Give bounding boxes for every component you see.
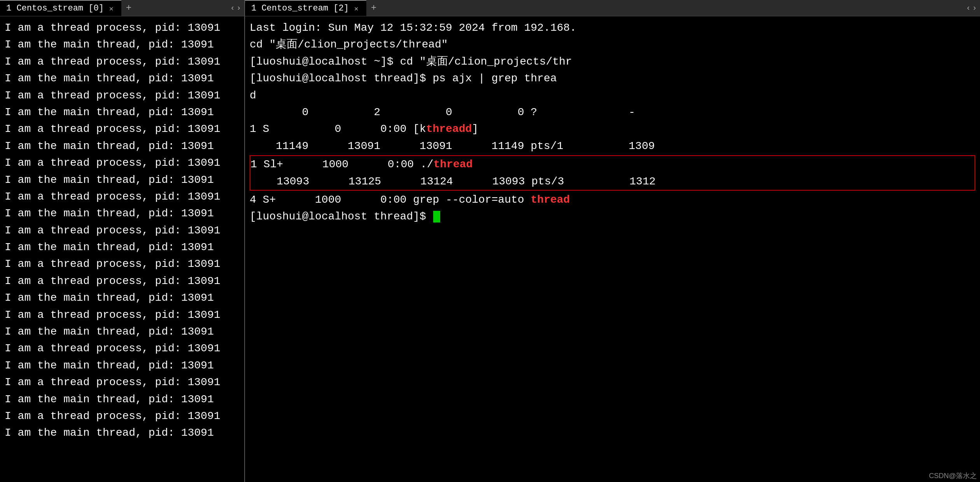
- list-item: I am a thread process, pid: 13091: [5, 408, 240, 424]
- d-line: d: [250, 87, 975, 104]
- list-item: I am the main thread, pid: 13091: [5, 104, 240, 121]
- list-item: I am the main thread, pid: 13091: [5, 172, 240, 188]
- tab-left-label: 1 Centos_stream [0]: [6, 4, 104, 13]
- ps-line: [luoshui@localhost thread]$ ps ajx | gre…: [250, 70, 975, 87]
- tab-left[interactable]: 1 Centos_stream [0] ✕: [0, 0, 121, 16]
- left-terminal-panel[interactable]: I am a thread process, pid: 13091 I am t…: [0, 16, 245, 482]
- kthreadd-line: 1 S 0 0:00 [kthreadd]: [250, 121, 975, 137]
- list-item: I am the main thread, pid: 13091: [5, 239, 240, 256]
- list-item: I am the main thread, pid: 13091: [5, 205, 240, 222]
- highlight-line1: 1 Sl+ 1000 0:00 ./thread: [250, 156, 975, 173]
- list-item: I am a thread process, pid: 13091: [5, 256, 240, 272]
- list-item: I am the main thread, pid: 13091: [5, 36, 240, 53]
- tab-add-right[interactable]: +: [366, 3, 381, 13]
- arrow-right-icon[interactable]: ›: [236, 4, 241, 12]
- watermark: CSDN@落水之: [929, 471, 977, 480]
- list-item: I am a thread process, pid: 13091: [5, 273, 240, 289]
- login-line: Last login: Sun May 12 15:32:59 2024 fro…: [250, 19, 975, 36]
- tab-right-close[interactable]: ✕: [353, 4, 360, 14]
- tab-nav-arrows-right: ‹ ›: [966, 4, 980, 12]
- cd-line2: [luoshui@localhost ~]$ cd "桌面/clion_proj…: [250, 53, 975, 70]
- list-item: I am a thread process, pid: 13091: [5, 307, 240, 323]
- list-item: I am a thread process, pid: 13091: [5, 53, 240, 70]
- arrow-left-icon[interactable]: ‹: [230, 4, 235, 12]
- tab-right-label: 1 Centos_stream [2]: [251, 4, 349, 13]
- list-item: I am the main thread, pid: 13091: [5, 289, 240, 306]
- tab-right[interactable]: 1 Centos_stream [2] ✕: [245, 0, 366, 16]
- kthreadd-highlight: threadd: [426, 123, 472, 135]
- list-item: I am the main thread, pid: 13091: [5, 357, 240, 374]
- panels: I am a thread process, pid: 13091 I am t…: [0, 16, 980, 482]
- list-item: I am a thread process, pid: 13091: [5, 19, 240, 36]
- header-line: 0 2 0 0 ? -: [250, 104, 975, 121]
- grep-line: 4 S+ 1000 0:00 grep --color=auto thread: [250, 191, 975, 208]
- tab-bar: 1 Centos_stream [0] ✕ + ‹ › 1 Centos_str…: [0, 0, 980, 16]
- highlight-block: 1 Sl+ 1000 0:00 ./thread 13093 13125 131…: [250, 155, 975, 191]
- thread-highlight-1: thread: [433, 158, 472, 170]
- list-item: I am a thread process, pid: 13091: [5, 87, 240, 104]
- list-item: I am a thread process, pid: 13091: [5, 222, 240, 239]
- arrow-left-icon-right[interactable]: ‹: [966, 4, 971, 12]
- final-prompt: [luoshui@localhost thread]$: [250, 208, 975, 225]
- tab-nav-arrows-left: ‹ ›: [230, 4, 244, 12]
- tab-bar-right: 1 Centos_stream [2] ✕ + ‹ ›: [245, 0, 980, 16]
- arrow-right-icon-right[interactable]: ›: [972, 4, 977, 12]
- list-item: I am the main thread, pid: 13091: [5, 138, 240, 154]
- list-item: I am a thread process, pid: 13091: [5, 340, 240, 357]
- list-item: I am a thread process, pid: 13091: [5, 188, 240, 205]
- highlight-line2: 13093 13125 13124 13093 pts/3 1312: [250, 173, 975, 190]
- list-item: I am the main thread, pid: 13091: [5, 424, 240, 441]
- cd-line1: cd "桌面/clion_projects/thread": [250, 36, 975, 53]
- tab-add-left[interactable]: +: [121, 3, 136, 13]
- pts1-line: 11149 13091 13091 11149 pts/1 1309: [250, 138, 975, 154]
- tab-bar-left: 1 Centos_stream [0] ✕ + ‹ ›: [0, 0, 245, 16]
- list-item: I am a thread process, pid: 13091: [5, 374, 240, 391]
- thread-highlight-grep: thread: [531, 194, 570, 206]
- cursor: [433, 211, 440, 223]
- list-item: I am the main thread, pid: 13091: [5, 323, 240, 340]
- list-item: I am the main thread, pid: 13091: [5, 70, 240, 87]
- right-terminal-panel[interactable]: Last login: Sun May 12 15:32:59 2024 fro…: [245, 16, 980, 482]
- list-item: I am a thread process, pid: 13091: [5, 154, 240, 171]
- tab-left-close[interactable]: ✕: [108, 4, 115, 14]
- list-item: I am a thread process, pid: 13091: [5, 121, 240, 137]
- list-item: I am the main thread, pid: 13091: [5, 391, 240, 408]
